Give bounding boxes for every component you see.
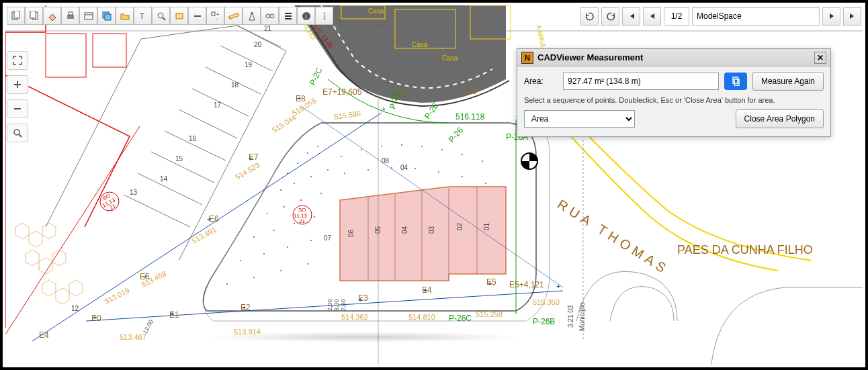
svg-rect-144 [85, 13, 93, 19]
svg-text:04: 04 [400, 164, 408, 171]
svg-point-24 [327, 169, 329, 171]
zoom-out-button[interactable] [7, 99, 28, 118]
prev-page-button[interactable] [643, 7, 661, 26]
svg-text:03: 03 [428, 226, 435, 234]
svg-point-28 [320, 193, 322, 194]
svg-text:E10: E10 [462, 87, 477, 96]
measure-mode-select[interactable]: Area [524, 110, 635, 128]
main-toolbar: T +- i [7, 7, 333, 26]
redo-button[interactable] [601, 7, 619, 26]
svg-text:+: + [93, 313, 97, 321]
svg-point-158 [266, 14, 270, 18]
svg-point-48 [482, 160, 483, 162]
app-logo-icon: N [521, 52, 533, 64]
page-field[interactable] [664, 7, 689, 26]
street-paes: PAES DA CUNHA FILHO [677, 243, 813, 257]
svg-text:514.523: 514.523 [234, 160, 261, 181]
list-button[interactable] [279, 7, 297, 25]
svg-text:513.019: 513.019 [103, 286, 130, 306]
folder-button[interactable] [116, 7, 134, 25]
measurement-hint: Select a sequence of points. Doubleclick… [524, 96, 824, 104]
page-navigator: ModelSpace [580, 7, 861, 26]
rect-button[interactable] [170, 7, 188, 25]
svg-text:P-26C: P-26C [449, 314, 472, 323]
print-button[interactable] [61, 7, 79, 25]
zoom-button[interactable] [152, 7, 170, 25]
undo-button[interactable] [580, 7, 599, 26]
space-select[interactable]: ModelSpace [692, 7, 820, 26]
svg-point-39 [280, 270, 281, 271]
close-area-polygon-button[interactable]: Close Area Polygon [736, 109, 824, 128]
doc-prev-button[interactable] [7, 7, 25, 25]
svg-rect-156 [228, 13, 238, 19]
svg-text:8,00: 8,00 [333, 299, 340, 311]
measurement-header[interactable]: N CADViewer Measurement ✕ [517, 49, 830, 66]
svg-point-30 [273, 230, 275, 231]
svg-point-167 [323, 17, 325, 19]
measurement-title: CADViewer Measurement [537, 52, 810, 62]
svg-text:+: + [423, 286, 427, 294]
minus-button[interactable] [188, 7, 206, 25]
svg-point-47 [462, 154, 463, 155]
svg-point-21 [280, 189, 281, 191]
text-button[interactable]: T [134, 7, 152, 25]
casa-label-1: Casa [368, 7, 384, 15]
marker-button[interactable]: +- [206, 7, 224, 25]
link-button[interactable] [261, 7, 279, 25]
svg-point-52 [415, 168, 416, 169]
svg-point-37 [226, 283, 228, 285]
svg-point-45 [421, 146, 423, 147]
svg-text:07: 07 [324, 234, 332, 242]
next-page-button[interactable] [822, 7, 840, 26]
svg-point-171 [14, 130, 19, 135]
info-button[interactable]: i [297, 7, 315, 25]
svg-text:19: 19 [245, 61, 253, 68]
view-sidepanel [7, 51, 31, 142]
svg-point-54 [462, 176, 463, 177]
copy-button[interactable] [724, 73, 747, 90]
last-page-button[interactable] [843, 7, 861, 26]
app-frame: Casa Casa Casa FILHO A MINA 3.15 13,00 [0, 0, 868, 370]
svg-rect-174 [734, 79, 739, 85]
svg-text:P-2C: P-2C [308, 66, 324, 87]
svg-text:515.350: 515.350 [533, 298, 560, 306]
svg-rect-141 [30, 11, 36, 18]
svg-text:514.810: 514.810 [408, 313, 435, 321]
close-button[interactable]: ✕ [814, 52, 826, 64]
svg-point-23 [310, 176, 312, 177]
svg-text:18: 18 [231, 81, 239, 89]
compass-button[interactable] [243, 7, 261, 25]
zoom-window-button[interactable] [7, 124, 28, 142]
svg-text:+: + [249, 154, 253, 163]
zoom-in-button[interactable] [7, 75, 28, 94]
svg-text:2,00: 2,00 [340, 299, 347, 311]
erase-button[interactable] [43, 7, 61, 25]
svg-rect-142 [67, 15, 74, 19]
svg-point-49 [344, 173, 345, 174]
svg-text:515.044: 515.044 [271, 113, 298, 134]
svg-text:T: T [140, 12, 144, 20]
ruler-button[interactable] [224, 7, 243, 25]
more-button[interactable] [315, 7, 333, 25]
window-button[interactable] [79, 7, 97, 25]
svg-text:+: + [297, 94, 301, 102]
measurement-body: Area: 927.47 m² (134.8 m) Measure Again … [517, 66, 830, 136]
svg-point-166 [323, 15, 325, 17]
first-page-button[interactable] [622, 7, 640, 26]
layers-button[interactable] [97, 7, 116, 25]
svg-point-19 [307, 152, 308, 154]
svg-text:14: 14 [160, 175, 168, 183]
svg-point-38 [253, 277, 255, 278]
svg-text:06: 06 [347, 229, 355, 237]
measure-again-button[interactable]: Measure Again [752, 72, 824, 91]
casa-label-3: Casa [442, 54, 458, 62]
measurement-panel[interactable]: N CADViewer Measurement ✕ Area: 927.47 m… [517, 48, 831, 137]
svg-point-26 [284, 206, 285, 207]
svg-point-46 [441, 149, 443, 150]
svg-text:+: + [488, 279, 492, 287]
area-value-field[interactable]: 927.47 m² (134.8 m) [563, 73, 719, 90]
svg-point-22 [294, 183, 295, 184]
casa-label-2: Casa [412, 41, 428, 48]
doc-next-button[interactable] [25, 7, 43, 25]
fit-extent-button[interactable] [7, 51, 28, 70]
